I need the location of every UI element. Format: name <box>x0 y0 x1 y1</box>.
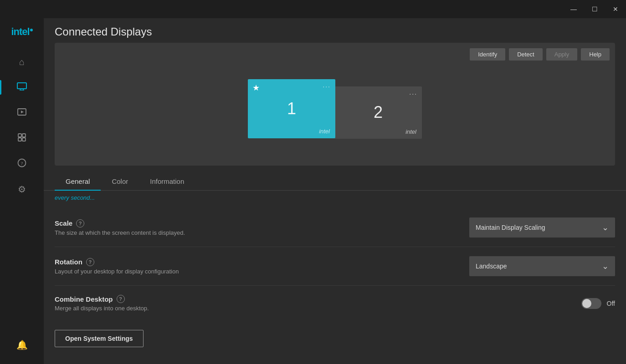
sidebar-bottom: 🔔 <box>16 333 28 364</box>
svg-rect-6 <box>18 134 21 137</box>
rotation-help-icon[interactable]: ? <box>86 258 94 266</box>
combine-desktop-title: Combine Desktop ? <box>55 295 563 303</box>
monitor-2-brand: intel <box>405 128 416 135</box>
rotation-description: Layout of your desktop for display confi… <box>55 268 451 275</box>
intel-logo-text: intel <box>11 26 32 38</box>
apps-icon <box>17 133 26 144</box>
detect-button[interactable]: Detect <box>509 48 543 61</box>
sidebar-item-notifications[interactable]: 🔔 <box>16 333 28 357</box>
scale-setting-row: Scale ? The size at which the screen con… <box>55 208 615 247</box>
sidebar-logo: intel <box>8 23 36 41</box>
sidebar-item-help[interactable]: ? <box>0 152 44 176</box>
sidebar-nav: ⌂ <box>0 50 44 333</box>
svg-text:?: ? <box>21 160 23 166</box>
combine-desktop-label: Combine Desktop ? Merge all displays int… <box>55 295 563 312</box>
scale-description: The size at which the screen content is … <box>55 229 451 236</box>
rotation-control: Landscape ⌄ <box>469 256 615 276</box>
monitor-2-dots[interactable]: ··· <box>409 90 417 97</box>
display-toolbar: Identify Detect Apply Help <box>470 48 610 61</box>
sidebar-item-media[interactable] <box>0 101 44 125</box>
identify-button[interactable]: Identify <box>470 48 505 61</box>
monitor-1-brand: intel <box>319 128 330 135</box>
combine-desktop-toggle-label: Off <box>607 300 615 307</box>
scale-dropdown[interactable]: Maintain Display Scaling ⌄ <box>469 217 615 238</box>
apply-button[interactable]: Apply <box>546 48 578 61</box>
help-icon: ? <box>17 158 26 170</box>
tab-general[interactable]: General <box>55 173 101 191</box>
monitor-2-number: 2 <box>374 103 383 122</box>
tabs-container: General Color Information <box>44 173 626 191</box>
minimize-button[interactable]: — <box>563 0 584 18</box>
close-button[interactable]: ✕ <box>605 0 626 18</box>
sidebar-item-home[interactable]: ⌂ <box>0 50 44 74</box>
scale-label: Scale ? The size at which the screen con… <box>55 219 451 236</box>
scale-dropdown-arrow: ⌄ <box>602 222 609 233</box>
display-icon <box>17 82 27 93</box>
sidebar-item-settings[interactable]: ⚙ <box>0 177 44 201</box>
rotation-title: Rotation ? <box>55 258 451 266</box>
scale-dropdown-value: Maintain Display Scaling <box>476 224 545 231</box>
combine-desktop-help-icon[interactable]: ? <box>117 295 125 303</box>
monitor-1[interactable]: ★ ··· 1 intel <box>248 79 335 138</box>
tab-color[interactable]: Color <box>101 173 139 191</box>
scale-help-icon[interactable]: ? <box>76 219 84 228</box>
combine-desktop-toggle-container: Off <box>581 298 615 309</box>
svg-rect-8 <box>18 138 21 141</box>
toggle-thumb <box>582 299 591 308</box>
media-icon <box>17 107 26 119</box>
rotation-setting-row: Rotation ? Layout of your desktop for di… <box>55 247 615 286</box>
scale-title: Scale ? <box>55 219 451 228</box>
settings-area: every second... Scale ? The size at whic… <box>44 191 626 364</box>
scale-control: Maintain Display Scaling ⌄ <box>469 217 615 238</box>
primary-star-icon: ★ <box>252 83 260 93</box>
rotation-label: Rotation ? Layout of your desktop for di… <box>55 258 451 275</box>
svg-rect-0 <box>17 83 26 89</box>
bell-icon: 🔔 <box>16 339 28 350</box>
sidebar: intel ⌂ <box>0 18 44 364</box>
main-content: Connected Displays Identify Detect Apply… <box>44 18 626 364</box>
svg-marker-5 <box>21 111 24 113</box>
rotation-dropdown-arrow: ⌄ <box>602 261 609 271</box>
svg-rect-9 <box>22 138 26 141</box>
tab-information[interactable]: Information <box>139 173 195 191</box>
monitor-1-number: 1 <box>287 99 296 118</box>
scrolled-hint: every second... <box>55 191 615 208</box>
sidebar-item-display[interactable] <box>0 76 44 99</box>
rotation-dropdown[interactable]: Landscape ⌄ <box>469 256 615 276</box>
svg-rect-7 <box>22 134 26 137</box>
combine-desktop-control: Off <box>581 298 615 309</box>
display-area: Identify Detect Apply Help ★ ··· 1 intel… <box>55 43 615 166</box>
app-body: intel ⌂ <box>0 18 626 364</box>
combine-desktop-toggle[interactable] <box>581 298 601 309</box>
open-system-settings-button[interactable]: Open System Settings <box>55 330 144 347</box>
monitor-1-dots[interactable]: ··· <box>323 83 331 90</box>
titlebar: — ☐ ✕ <box>0 0 626 18</box>
window-controls: — ☐ ✕ <box>563 0 626 18</box>
sidebar-item-apps[interactable] <box>0 126 44 150</box>
combine-desktop-description: Merge all displays into one desktop. <box>55 305 563 312</box>
home-icon: ⌂ <box>19 57 25 67</box>
page-header: Connected Displays <box>44 18 626 43</box>
help-button[interactable]: Help <box>581 48 610 61</box>
monitors-container: ★ ··· 1 intel ··· 2 intel <box>55 70 615 139</box>
combine-desktop-setting-row: Combine Desktop ? Merge all displays int… <box>55 286 615 321</box>
monitor-2[interactable]: ··· 2 intel <box>334 86 422 139</box>
maximize-button[interactable]: ☐ <box>584 0 605 18</box>
page-title: Connected Displays <box>55 25 615 38</box>
rotation-dropdown-value: Landscape <box>476 263 507 270</box>
gear-icon: ⚙ <box>18 184 26 195</box>
